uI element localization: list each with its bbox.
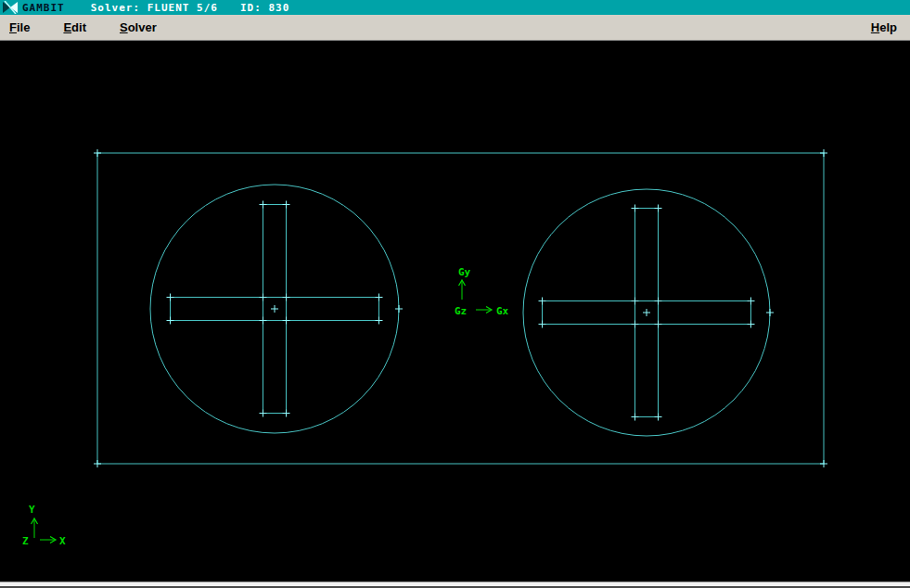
vertex-marker[interactable] [283, 410, 290, 417]
global-axis-z-label: Gz [455, 305, 467, 317]
solver-label: Solver: FLUENT 5/6 [91, 2, 218, 14]
menu-group-right: Help [871, 20, 910, 34]
vertex-marker[interactable] [766, 309, 774, 316]
vertex-marker[interactable] [283, 294, 290, 301]
vertex-marker[interactable] [395, 305, 403, 313]
vertex-marker[interactable] [260, 294, 267, 301]
graphics-canvas[interactable]: Gy Gz Gx Y Z X [0, 41, 910, 582]
vertex-marker[interactable] [271, 305, 278, 313]
bottom-window-edge [0, 582, 910, 588]
orientation-triad: Y Z X [22, 504, 66, 547]
global-axis-x-label: Gx [496, 305, 509, 317]
vertex-marker[interactable] [748, 321, 755, 328]
global-axis-y-label: Gy [458, 266, 471, 278]
menu-group-left: FileEditSolver [0, 20, 190, 34]
vertex-marker[interactable] [632, 414, 639, 421]
menu-item-help[interactable]: Help [871, 20, 897, 34]
vertex-marker[interactable] [94, 460, 101, 467]
vertex-marker[interactable] [655, 321, 662, 328]
menu-bar: FileEditSolver Help [0, 15, 910, 41]
vertex-marker[interactable] [632, 321, 639, 328]
menu-item-file[interactable]: File [9, 20, 30, 34]
vertex-marker[interactable] [94, 149, 101, 157]
vertex-marker[interactable] [167, 317, 174, 325]
global-axes: Gy Gz Gx [455, 266, 509, 317]
vertex-marker[interactable] [376, 294, 383, 301]
menu-item-solver[interactable]: Solver [120, 20, 157, 34]
vertex-marker[interactable] [632, 298, 639, 305]
menu-item-edit[interactable]: Edit [63, 20, 86, 34]
vertex-marker[interactable] [260, 201, 267, 209]
triad-z-label: Z [22, 535, 29, 547]
vertex-marker[interactable] [376, 317, 383, 325]
vertex-marker[interactable] [283, 201, 290, 209]
vertex-marker[interactable] [655, 205, 662, 212]
vertex-marker[interactable] [655, 414, 662, 421]
triad-x-label: X [59, 535, 66, 547]
triad-y-label: Y [29, 504, 35, 516]
gambit-logo-icon [2, 1, 19, 14]
vertex-marker[interactable] [283, 317, 290, 325]
vertex-marker[interactable] [820, 149, 827, 157]
title-bar: GAMBIT Solver: FLUENT 5/6 ID: 830 [0, 0, 910, 15]
vertex-marker[interactable] [748, 298, 755, 305]
app-name: GAMBIT [22, 2, 65, 14]
vertex-marker[interactable] [260, 410, 267, 417]
vertex-marker[interactable] [539, 321, 546, 328]
vertex-marker[interactable] [632, 205, 639, 212]
vertex-marker[interactable] [167, 294, 174, 301]
vertex-marker[interactable] [655, 298, 662, 305]
vertex-marker[interactable] [539, 298, 546, 305]
session-id-label: ID: 830 [240, 2, 289, 14]
vertex-marker[interactable] [260, 317, 267, 325]
vertex-marker[interactable] [643, 309, 650, 316]
vertex-marker[interactable] [820, 460, 827, 467]
geometry-viewport[interactable]: Gy Gz Gx Y Z X [0, 41, 910, 582]
